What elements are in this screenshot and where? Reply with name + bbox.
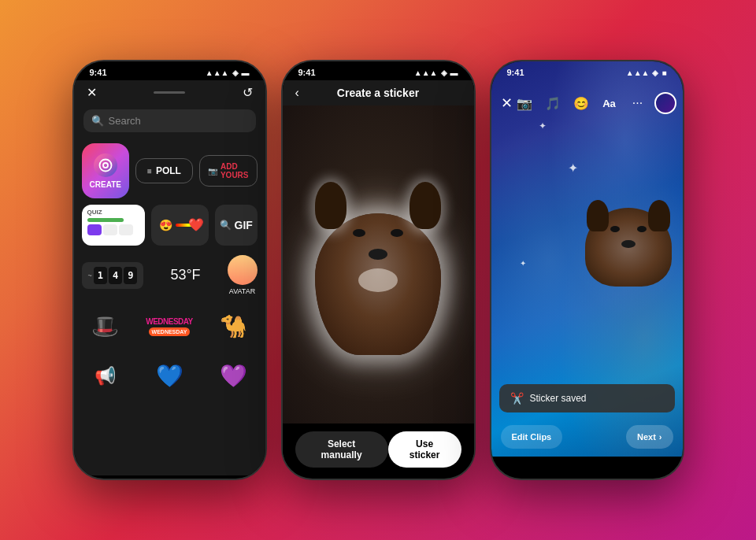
back-button[interactable]: ‹: [295, 86, 299, 100]
search-bar[interactable]: 🔍 Search: [83, 109, 256, 132]
dog-eye-left: [353, 229, 365, 237]
edit-clips-button[interactable]: Edit Clips: [501, 425, 563, 449]
blue-heart-sticker[interactable]: 💙: [146, 354, 193, 398]
emoji-slider-sticker[interactable]: 😍 ❤️: [151, 205, 209, 246]
use-sticker-button[interactable]: Use sticker: [388, 431, 461, 468]
quiz-options: [87, 224, 139, 235]
poll-sticker[interactable]: ≡ POLL: [135, 158, 193, 183]
quiz-opt-2: [103, 224, 117, 235]
sticker-menu: ✕ ↺ 🔍 Search CREATE: [74, 80, 265, 475]
use-sticker-label: Use sticker: [410, 438, 440, 460]
scissors-icon: ✂️: [510, 392, 524, 405]
sticker-eye-right: [637, 226, 647, 232]
create-sticker-title: Create a sticker: [337, 87, 419, 99]
countdown-digit-2: 4: [109, 267, 122, 284]
wednesday-label: WEDNESDAY: [146, 317, 193, 326]
poll-label: POLL: [156, 165, 181, 176]
purple-heart-sticker[interactable]: 💜: [210, 354, 258, 398]
poll-lines-icon: ≡: [147, 167, 152, 176]
status-icons-3: ▲▲▲ ◈ ■: [626, 68, 667, 77]
more-tool-icon[interactable]: ···: [626, 91, 650, 115]
phone1-header: ✕ ↺: [74, 80, 265, 105]
battery-icon: ▬: [242, 68, 250, 77]
avatar-sticker[interactable]: AVATAR: [228, 255, 258, 295]
stickers-row-5: 📢 💙 💜: [82, 354, 258, 398]
sparkle-4: ✦: [520, 259, 526, 268]
countdown-tilde: ~: [88, 272, 92, 279]
slider-thumb: ❤️: [188, 217, 204, 232]
slider-track: ❤️: [176, 224, 202, 227]
stickers-row-4: 🎩 WEDNESDAY WEDNESDAY 🐪: [82, 305, 258, 348]
add-yours-label: ADD YOURS: [220, 162, 249, 179]
story-footer: Edit Clips Next ›: [491, 417, 683, 457]
sparkle-3: ✦: [568, 161, 578, 176]
create-label: CREATE: [90, 180, 121, 189]
phone-1: 9:41 ▲▲▲ ◈ ▬ ✕ ↺ 🔍 Search: [72, 60, 267, 480]
stickers-row-2: QUIZ 😍 ❤️ 🔍 GIF: [82, 205, 258, 246]
camel-emoji: 🐪: [210, 305, 258, 348]
avatar-label: AVATAR: [229, 287, 255, 295]
quiz-progress-bar: [87, 218, 124, 222]
quiz-opt-3: [119, 224, 133, 235]
wifi-icon-2: ◈: [441, 68, 447, 77]
story-background: ✦ ✦ ✦ ✦ ✕ 📷 🎵 😊 Aa ···: [491, 61, 683, 457]
time-2: 9:41: [298, 68, 316, 77]
search-placeholder: Search: [109, 115, 141, 127]
stickers-row-3: ~ 1 4 9 53°F AVATAR: [82, 252, 258, 298]
status-bar-2: 9:41 ▲▲▲ ◈ ▬: [283, 61, 474, 80]
status-bar-3: 9:41 ▲▲▲ ◈ ■: [491, 61, 683, 80]
countdown-sticker[interactable]: ~ 1 4 9: [82, 262, 144, 289]
next-label: Next: [637, 432, 656, 442]
sticker-saved-notification: ✂️ Sticker saved: [499, 384, 675, 412]
pirate-hat-sticker[interactable]: 🎩: [82, 305, 129, 348]
refresh-icon[interactable]: ↺: [243, 85, 253, 100]
wednesday-badge: WEDNESDAY: [149, 327, 191, 336]
create-sticker[interactable]: CREATE: [82, 143, 130, 198]
dog-chest: [358, 268, 398, 292]
story-editor-screen: ✦ ✦ ✦ ✦ ✕ 📷 🎵 😊 Aa ···: [491, 61, 683, 457]
sticker-tool-icon[interactable]: 😊: [569, 91, 593, 115]
signal-icon: ▲▲▲: [206, 68, 229, 77]
signal-icon-2: ▲▲▲: [414, 68, 438, 77]
signal-icon-3: ▲▲▲: [626, 68, 650, 77]
select-manually-label: Select manually: [321, 438, 362, 460]
add-yours-sticker[interactable]: 📷 ADD YOURS: [199, 155, 258, 187]
dog-nose: [369, 249, 387, 260]
phone2-footer: Select manually Use sticker: [283, 423, 474, 475]
wifi-icon-3: ◈: [652, 68, 658, 77]
toolbar-icons-right: 📷 🎵 😊 Aa ···: [513, 91, 676, 115]
dog-sticker-content: [577, 200, 680, 287]
next-button[interactable]: Next ›: [626, 425, 673, 449]
avatar-face: [228, 255, 258, 285]
dog-sticker-placed[interactable]: [577, 200, 680, 287]
phone-3: 9:41 ▲▲▲ ◈ ■ ✦ ✦ ✦ ✦ ✕ 📷 🎵 😊 Aa ···: [490, 60, 684, 480]
close-story-icon[interactable]: ✕: [501, 94, 513, 112]
avatar-tool[interactable]: [654, 92, 676, 114]
status-icons-2: ▲▲▲ ◈ ▬: [414, 68, 458, 77]
dog-image: [299, 174, 457, 355]
music-tool-icon[interactable]: 🎵: [541, 91, 565, 115]
next-chevron-icon: ›: [659, 432, 662, 442]
camera-tool-icon[interactable]: 📷: [513, 91, 536, 115]
wednesday-badge-text: WEDNESDAY: [152, 329, 187, 335]
battery-icon-2: ▬: [450, 68, 458, 77]
quiz-sticker[interactable]: QUIZ: [82, 205, 145, 246]
countdown-digit-1: 1: [94, 267, 107, 284]
stickers-grid: CREATE ≡ POLL 📷 ADD YOURS QUIZ: [74, 137, 265, 404]
time-3: 9:41: [507, 68, 524, 77]
phone-2: 9:41 ▲▲▲ ◈ ▬ ‹ Create a sticker: [281, 60, 476, 480]
temp-value: 53°F: [170, 267, 200, 283]
wifi-icon: ◈: [232, 68, 239, 77]
sound-on-sticker[interactable]: 📢: [82, 354, 129, 398]
phone2-header: ‹ Create a sticker: [283, 80, 474, 105]
camel-sticker[interactable]: 🐪: [210, 305, 258, 348]
dog-face: [339, 221, 417, 284]
temperature-sticker[interactable]: 53°F: [164, 267, 206, 283]
text-tool-icon[interactable]: Aa: [598, 91, 621, 115]
select-manually-button[interactable]: Select manually: [295, 431, 388, 468]
status-bar-1: 9:41 ▲▲▲ ◈ ▬: [74, 61, 265, 80]
sticker-nose: [621, 240, 636, 248]
gif-sticker[interactable]: 🔍 GIF: [215, 205, 258, 246]
close-icon[interactable]: ✕: [87, 85, 97, 100]
wednesday-sticker[interactable]: WEDNESDAY WEDNESDAY: [146, 317, 193, 336]
